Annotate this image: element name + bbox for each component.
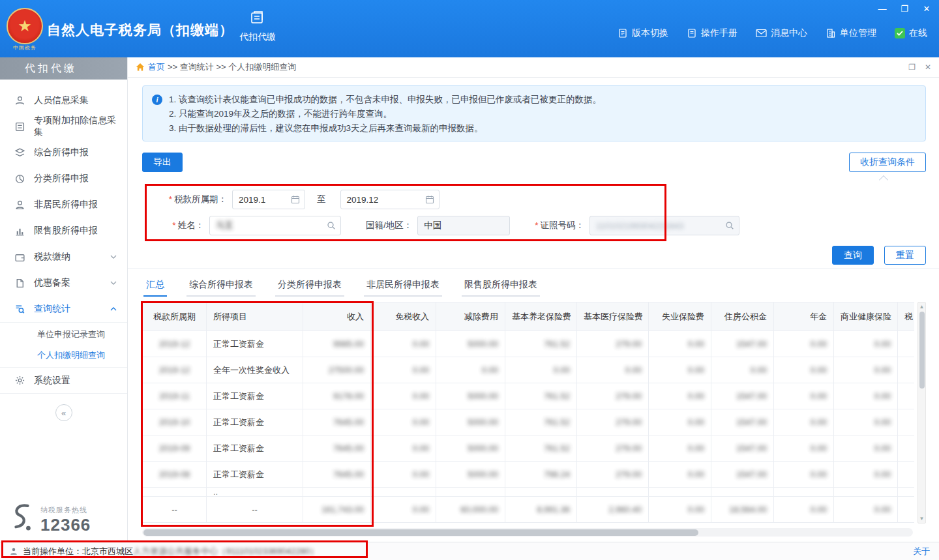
sidebar-item-system-settings[interactable]: 系统设置 bbox=[0, 368, 127, 394]
sidebar-item-personal-withholding-detail-query[interactable]: 个人扣缴明细查询 bbox=[0, 345, 127, 366]
tab-classified-income[interactable]: 分类所得申报表 bbox=[275, 274, 344, 297]
info-icon: i bbox=[152, 95, 162, 105]
table-row[interactable]: 2019-10正常工资薪金7645.000.005000.00761.52279… bbox=[143, 409, 915, 435]
tab-daikou-daijiao[interactable]: 代扣代缴 bbox=[230, 9, 286, 43]
breadcrumb-home-link[interactable]: 首页 bbox=[148, 61, 165, 73]
sidebar-item-special-deduction[interactable]: 专项附加扣除信息采集 bbox=[0, 113, 127, 140]
close-button[interactable]: ✕ bbox=[921, 3, 932, 14]
id-number-label: *证照号码： bbox=[535, 220, 584, 231]
query-form-row-period: *税款所属期： 2019.1 至 2019.12 bbox=[142, 190, 440, 209]
period-to-input[interactable]: 2019.12 bbox=[340, 190, 440, 209]
notice-line-3: 3. 由于数据处理的滞后性，建议您在申报成功3天之后再来查询最新的申报数据。 bbox=[169, 121, 916, 136]
table-cell: 正常工资薪金 bbox=[207, 383, 303, 409]
table-cell: 279.00 bbox=[577, 409, 649, 435]
table-cell: 0.00 bbox=[834, 497, 898, 523]
export-button[interactable]: 导出 bbox=[142, 153, 183, 172]
minimize-button[interactable]: — bbox=[876, 3, 888, 14]
search-icon[interactable] bbox=[327, 221, 336, 230]
sidebar-item-comprehensive-income[interactable]: 综合所得申报 bbox=[0, 140, 127, 166]
table-cell: 0.00 bbox=[505, 357, 577, 383]
table-row[interactable]: 2019-12全年一次性奖金收入27500.000.000.000.000.00… bbox=[143, 357, 915, 383]
table-cell: 0.00 bbox=[371, 497, 436, 523]
sidebar-collapse-button[interactable]: « bbox=[55, 404, 72, 421]
home-icon bbox=[136, 63, 145, 72]
table-cell: 5000.00 bbox=[436, 409, 505, 435]
name-input[interactable]: 马某 bbox=[209, 216, 341, 235]
tab-comprehensive-income[interactable]: 综合所得申报表 bbox=[186, 274, 256, 297]
table-cell: 279.00 bbox=[577, 462, 649, 488]
top-nav: 版本切换 操作手册 消息中心 单位管理 在线 bbox=[618, 27, 927, 39]
query-button[interactable]: 查询 bbox=[832, 246, 874, 265]
scroll-down-arrow[interactable]: ▼ bbox=[918, 516, 925, 522]
status-bar: 当前操作单位：北京市西城区 人力资源公共服务中心（911101023369042… bbox=[0, 542, 939, 560]
period-from-input[interactable]: 2019.1 bbox=[232, 190, 305, 209]
vertical-scroll-thumb[interactable] bbox=[919, 312, 925, 389]
search-icon[interactable] bbox=[725, 221, 734, 230]
table-cell: 7645.00 bbox=[303, 409, 371, 435]
about-link[interactable]: 关于 bbox=[913, 546, 930, 557]
sidebar-item-query-statistics[interactable]: 查询统计 bbox=[0, 296, 127, 322]
calendar-icon[interactable] bbox=[425, 195, 434, 204]
table-cell: 761.52 bbox=[505, 331, 577, 357]
nav-version-switch[interactable]: 版本切换 bbox=[618, 27, 668, 39]
table-cell bbox=[898, 383, 915, 409]
horizontal-scrollbar[interactable] bbox=[142, 528, 913, 537]
table-cell: 0.00 bbox=[371, 331, 436, 357]
name-value: 马某 bbox=[216, 220, 233, 231]
table-row[interactable]: 2019-11正常工资薪金9178.000.005000.00761.52279… bbox=[143, 383, 915, 409]
nationality-input[interactable]: 中国 bbox=[417, 216, 510, 235]
table-cell: 9178.00 bbox=[303, 383, 371, 409]
sidebar-item-tax-payment[interactable]: 税款缴纳 bbox=[0, 244, 127, 270]
reset-button[interactable]: 重置 bbox=[884, 246, 926, 265]
table-row[interactable]: 2019-09正常工资薪金7645.000.005000.00761.52279… bbox=[143, 435, 915, 462]
table-cell bbox=[436, 488, 505, 497]
table-cell: 0.00 bbox=[834, 357, 898, 383]
panel-restore-icon[interactable]: ❐ bbox=[908, 63, 916, 72]
horizontal-scroll-thumb[interactable] bbox=[143, 529, 698, 536]
notice-line-1: 1. 该查询统计表仅能查询已申报成功的数据，不包含未申报、申报失败，已申报但已作… bbox=[169, 93, 916, 107]
table-cell: 0.00 bbox=[649, 435, 711, 462]
sidebar-item-classified-income[interactable]: 分类所得申报 bbox=[0, 166, 127, 192]
breadcrumb: 首页 >> 查询统计 >> 个人扣缴明细查询 ❐ ✕ bbox=[128, 57, 939, 78]
collapse-query-conditions-button[interactable]: 收折查询条件 bbox=[849, 153, 926, 172]
id-number-input[interactable]: 110102199304221843 bbox=[589, 216, 739, 235]
tab-summary[interactable]: 汇总 bbox=[143, 274, 167, 297]
sidebar-item-preferential-filing[interactable]: 优惠备案 bbox=[0, 270, 127, 296]
table-cell: 全年一次性奖金收入 bbox=[207, 357, 303, 383]
search-report-icon bbox=[14, 304, 25, 315]
calendar-icon[interactable] bbox=[291, 195, 300, 204]
column-header: 减除费用 bbox=[436, 302, 505, 331]
restore-button[interactable]: ❐ bbox=[899, 3, 910, 14]
layers-icon bbox=[14, 147, 25, 158]
table-row[interactable]: 2019-08正常工资薪金7645.000.005000.00798.24279… bbox=[143, 462, 915, 488]
panel-close-icon[interactable]: ✕ bbox=[925, 63, 931, 72]
nav-manual[interactable]: 操作手册 bbox=[687, 27, 738, 39]
nav-online-status[interactable]: 在线 bbox=[895, 27, 927, 39]
sidebar-item-unit-declaration-query[interactable]: 单位申报记录查询 bbox=[0, 324, 127, 345]
scroll-up-arrow[interactable]: ▲ bbox=[918, 304, 925, 310]
column-header: 税款所属期 bbox=[143, 302, 207, 331]
sidebar-subitem-label: 单位申报记录查询 bbox=[37, 329, 105, 340]
column-header: 失业保险费 bbox=[649, 302, 711, 331]
vertical-scrollbar[interactable]: ▲ ▼ bbox=[917, 302, 926, 523]
sidebar-item-restricted-shares[interactable]: 限售股所得申报 bbox=[0, 218, 127, 244]
tab-restricted-shares[interactable]: 限售股所得申报表 bbox=[462, 274, 540, 297]
table-cell: 0.00 bbox=[774, 409, 834, 435]
sidebar-item-personnel-info[interactable]: 人员信息采集 bbox=[0, 87, 127, 113]
table-cell: 0.00 bbox=[834, 331, 898, 357]
sidebar-item-nonresident-income[interactable]: 非居民所得申报 bbox=[0, 192, 127, 218]
table-cell: 0.00 bbox=[371, 409, 436, 435]
nav-message-center[interactable]: 消息中心 bbox=[756, 27, 807, 39]
table-cell: 2019-08 bbox=[143, 462, 207, 488]
results-table-zone: 税款所属期所得项目收入免税收入减除费用基本养老保险费基本医疗保险费失业保险费住房… bbox=[142, 302, 914, 523]
period-to-value: 2019.12 bbox=[347, 195, 379, 205]
table-cell: 1547.00 bbox=[711, 383, 774, 409]
table-row[interactable]: 2019-12正常工资薪金9985.000.005000.00761.52279… bbox=[143, 331, 915, 357]
table-cell: -- bbox=[207, 497, 303, 523]
user-icon bbox=[9, 547, 18, 556]
table-cell: 0.00 bbox=[774, 462, 834, 488]
tab-nonresident-income[interactable]: 非居民所得申报表 bbox=[364, 274, 442, 297]
table-cell: 8,991.36 bbox=[505, 497, 577, 523]
wallet-icon bbox=[14, 252, 25, 263]
nav-org-management[interactable]: 单位管理 bbox=[826, 27, 876, 39]
